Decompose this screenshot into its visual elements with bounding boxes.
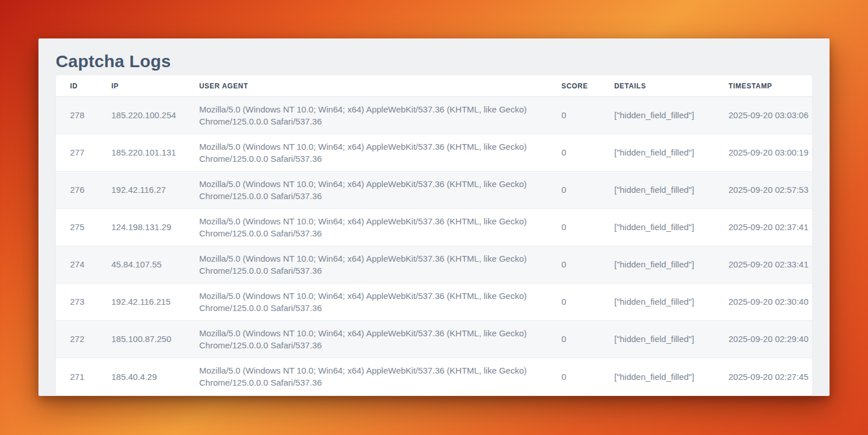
cell-user-agent: Mozilla/5.0 (Windows NT 10.0; Win64; x64… <box>199 209 561 246</box>
cell-ip: 185.220.100.254 <box>111 97 199 134</box>
cell-timestamp: 2025-09-20 03:03:06 <box>728 97 812 134</box>
cell-details: ["hidden_field_filled"] <box>614 246 728 283</box>
table-row: 276192.42.116.27Mozilla/5.0 (Windows NT … <box>56 172 812 209</box>
cell-id: 277 <box>56 134 111 172</box>
column-header-timestamp: TIMESTAMP <box>728 75 812 97</box>
table-row: 272185.100.87.250Mozilla/5.0 (Windows NT… <box>56 321 812 358</box>
cell-score: 0 <box>561 209 614 246</box>
cell-timestamp: 2025-09-20 02:30:40 <box>728 283 812 321</box>
cell-score: 0 <box>561 134 614 172</box>
cell-ip: 185.220.101.131 <box>111 134 199 172</box>
table-row: 27445.84.107.55Mozilla/5.0 (Windows NT 1… <box>56 246 812 283</box>
cell-timestamp: 2025-09-20 03:00:19 <box>728 134 812 172</box>
cell-id: 273 <box>56 283 111 321</box>
table-body: 278185.220.100.254Mozilla/5.0 (Windows N… <box>56 97 812 395</box>
cell-ip: 45.84.107.55 <box>111 246 199 283</box>
page-background: { "page": { "title": "Captcha Logs" }, "… <box>0 0 868 435</box>
cell-details: ["hidden_field_filled"] <box>614 209 728 246</box>
cell-user-agent: Mozilla/5.0 (Windows NT 10.0; Win64; x64… <box>199 172 561 209</box>
cell-id: 274 <box>56 246 111 283</box>
cell-score: 0 <box>561 172 614 209</box>
cell-ip: 185.40.4.29 <box>111 358 199 395</box>
column-header-user-agent: USER AGENT <box>199 75 561 97</box>
cell-id: 271 <box>56 358 111 395</box>
column-header-id: ID <box>56 75 111 97</box>
cell-ip: 185.100.87.250 <box>111 321 199 358</box>
table-header: ID IP USER AGENT SCORE DETAILS TIMESTAMP <box>56 75 812 97</box>
cell-score: 0 <box>561 97 614 134</box>
page-title: Captcha Logs <box>56 48 812 75</box>
table-row: 278185.220.100.254Mozilla/5.0 (Windows N… <box>56 97 812 134</box>
cell-user-agent: Mozilla/5.0 (Windows NT 10.0; Win64; x64… <box>199 97 561 134</box>
table-row: 271185.40.4.29Mozilla/5.0 (Windows NT 10… <box>56 358 812 395</box>
table-row: 277185.220.101.131Mozilla/5.0 (Windows N… <box>56 134 812 172</box>
cell-score: 0 <box>561 246 614 283</box>
cell-ip: 192.42.116.27 <box>111 172 199 209</box>
cell-ip: 192.42.116.215 <box>111 283 199 321</box>
cell-timestamp: 2025-09-20 02:33:41 <box>728 246 812 283</box>
cell-user-agent: Mozilla/5.0 (Windows NT 10.0; Win64; x64… <box>199 321 561 358</box>
cell-id: 276 <box>56 172 111 209</box>
cell-details: ["hidden_field_filled"] <box>614 321 728 358</box>
cell-id: 278 <box>56 97 111 134</box>
column-header-score: SCORE <box>561 75 614 97</box>
cell-timestamp: 2025-09-20 02:37:41 <box>728 209 812 246</box>
cell-ip: 124.198.131.29 <box>111 209 199 246</box>
table-row: 275124.198.131.29Mozilla/5.0 (Windows NT… <box>56 209 812 246</box>
cell-timestamp: 2025-09-20 02:57:53 <box>728 172 812 209</box>
cell-score: 0 <box>561 283 614 321</box>
cell-id: 275 <box>56 209 111 246</box>
cell-user-agent: Mozilla/5.0 (Windows NT 10.0; Win64; x64… <box>199 283 561 321</box>
cell-id: 272 <box>56 321 111 358</box>
captcha-logs-table: ID IP USER AGENT SCORE DETAILS TIMESTAMP… <box>56 75 812 395</box>
logs-table-container: ID IP USER AGENT SCORE DETAILS TIMESTAMP… <box>56 75 812 395</box>
table-row: 273192.42.116.215Mozilla/5.0 (Windows NT… <box>56 283 812 321</box>
cell-score: 0 <box>561 321 614 358</box>
cell-user-agent: Mozilla/5.0 (Windows NT 10.0; Win64; x64… <box>199 246 561 283</box>
cell-details: ["hidden_field_filled"] <box>614 134 728 172</box>
cell-score: 0 <box>561 358 614 395</box>
cell-user-agent: Mozilla/5.0 (Windows NT 10.0; Win64; x64… <box>199 134 561 172</box>
cell-details: ["hidden_field_filled"] <box>614 283 728 321</box>
column-header-details: DETAILS <box>614 75 728 97</box>
cell-timestamp: 2025-09-20 02:29:40 <box>728 321 812 358</box>
captcha-logs-card: Captcha Logs ID IP USER AGENT SCORE DETA… <box>38 38 830 396</box>
cell-details: ["hidden_field_filled"] <box>614 172 728 209</box>
column-header-ip: IP <box>111 75 199 97</box>
cell-timestamp: 2025-09-20 02:27:45 <box>728 358 812 395</box>
cell-user-agent: Mozilla/5.0 (Windows NT 10.0; Win64; x64… <box>199 358 561 395</box>
cell-details: ["hidden_field_filled"] <box>614 97 728 134</box>
cell-details: ["hidden_field_filled"] <box>614 358 728 395</box>
